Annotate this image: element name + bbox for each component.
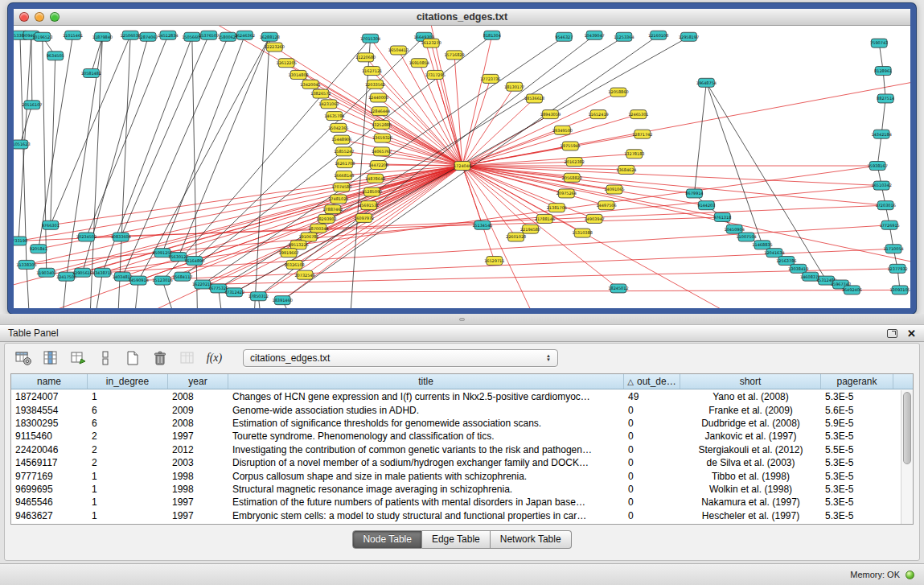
graph-node[interactable]: 16492406	[842, 286, 862, 295]
graph-node[interactable]: 21381705	[547, 204, 567, 212]
graph-node[interactable]: 9761318	[713, 212, 731, 221]
graph-node[interactable]: 8827514	[877, 94, 894, 103]
minimize-button[interactable]	[35, 12, 44, 22]
table-row[interactable]: 977716911998Corpus callosum shape and si…	[11, 469, 901, 482]
graph-node[interactable]: 11468835	[752, 241, 772, 249]
cell-name[interactable]: 18724007	[11, 391, 88, 402]
cell-out_de[interactable]: 0	[624, 496, 680, 508]
tab-node-table[interactable]: Node Table	[352, 530, 422, 549]
graph-node[interactable]: 9205841	[30, 245, 47, 253]
graph-node[interactable]: 19919667	[279, 249, 299, 257]
graph-node[interactable]: 15376507	[199, 31, 219, 39]
cell-title[interactable]: Investigating the contribution of common…	[228, 444, 624, 455]
graph-node[interactable]: 9634505	[47, 51, 64, 60]
graph-node[interactable]: 1724046	[454, 162, 471, 171]
cell-year[interactable]: 1997	[168, 431, 228, 442]
graph-node[interactable]: 18536618	[524, 94, 544, 103]
cell-title[interactable]: Corpus callosum shape and size in male p…	[228, 471, 624, 482]
table-row[interactable]: 969969511998Structural magnetic resonanc…	[11, 483, 901, 496]
cell-pagerank[interactable]: 5.5E-5	[821, 444, 893, 455]
graph-node[interactable]: 7590743	[870, 39, 888, 47]
graph-node[interactable]: 15285090	[362, 187, 382, 196]
graph-node[interactable]: 21051623	[14, 140, 31, 149]
graph-node[interactable]: 17015304	[360, 34, 380, 43]
graph-node[interactable]: 14590914	[129, 276, 149, 285]
cell-in_degree[interactable]: 2	[88, 457, 168, 468]
column-header-name[interactable]: name	[11, 374, 88, 389]
graph-node[interactable]: 12612205	[277, 59, 297, 68]
graph-node[interactable]: 11253364	[614, 32, 634, 41]
cell-pagerank[interactable]: 5.6E-5	[821, 405, 893, 416]
graph-node[interactable]: 17203016	[876, 201, 896, 210]
graph-node[interactable]: 13014808	[288, 70, 308, 79]
close-button[interactable]	[19, 12, 29, 22]
cell-short[interactable]: Franke et al. (2009)	[680, 405, 821, 416]
graph-node[interactable]: 15938167	[868, 162, 888, 171]
cell-out_de[interactable]: 0	[624, 457, 680, 468]
scrollbar-thumb[interactable]	[903, 392, 911, 464]
graph-node[interactable]: 11338305	[16, 260, 36, 269]
graph-node[interactable]: 20326108	[284, 260, 304, 269]
graph-node[interactable]: 13252885	[372, 120, 392, 129]
graph-node[interactable]: 19648754	[696, 78, 717, 87]
cell-name[interactable]: 22420046	[11, 444, 88, 455]
graph-node[interactable]: 12465301	[628, 110, 648, 119]
graph-node[interactable]: 11627121	[362, 67, 382, 76]
cell-out_de[interactable]: 0	[624, 510, 680, 521]
table-scrollbar[interactable]	[901, 390, 913, 524]
cell-name[interactable]: 19384554	[11, 405, 88, 416]
graph-node[interactable]: 12440003	[368, 93, 388, 102]
cell-pagerank[interactable]: 5.3E-5	[821, 484, 893, 495]
graph-node[interactable]: 16504413	[388, 46, 409, 55]
graph-node[interactable]: 15042365	[328, 123, 348, 132]
graph-node[interactable]: 14903947	[584, 214, 604, 223]
column-header-title[interactable]: title	[228, 374, 624, 389]
cell-in_degree[interactable]: 1	[88, 391, 168, 402]
graph-node[interactable]: 17317295	[425, 70, 446, 79]
zoom-button[interactable]	[50, 12, 60, 22]
graph-node[interactable]: 18700344	[308, 224, 328, 233]
column-header-out_de[interactable]: △out_de…	[624, 374, 680, 389]
tab-network-table[interactable]: Network Table	[491, 530, 572, 549]
column-header-pagerank[interactable]: pagerank	[821, 374, 893, 389]
graph-node[interactable]: 14342184	[872, 130, 892, 138]
graph-node[interactable]: 13038419	[788, 264, 808, 273]
network-canvas[interactable]: 8533044909402710196523110154611187984012…	[14, 26, 910, 308]
cell-name[interactable]: 9115460	[11, 431, 88, 442]
graph-node[interactable]: 18943059	[540, 110, 561, 119]
cell-title[interactable]: Estimation of significance thresholds fo…	[228, 418, 624, 429]
cell-pagerank[interactable]: 5.3E-5	[821, 391, 893, 402]
cell-out_de[interactable]: 49	[624, 391, 680, 402]
graph-node[interactable]: 10581482	[81, 68, 101, 77]
table-row[interactable]: 946554611997Estimation of the future num…	[11, 496, 901, 509]
cell-title[interactable]: Estimation of the future numbers of pati…	[228, 496, 624, 508]
graph-node[interactable]: 11903407	[36, 268, 56, 277]
row-options-button[interactable]	[93, 348, 117, 369]
cell-name[interactable]: 9699695	[11, 484, 88, 495]
graph-node[interactable]: 20732549	[294, 270, 314, 279]
graph-node[interactable]: 21788146	[535, 214, 555, 223]
cell-title[interactable]: Embryonic stem cells: a model to study s…	[228, 510, 624, 521]
column-header-short[interactable]: short	[680, 374, 821, 389]
graph-node[interactable]: 14472208	[368, 161, 388, 170]
graph-node[interactable]: 10833604	[111, 233, 131, 241]
cell-short[interactable]: Hescheler et al. (1997)	[680, 510, 821, 521]
cell-in_degree[interactable]: 2	[88, 444, 168, 455]
cell-out_de[interactable]: 0	[624, 418, 680, 429]
graph-node[interactable]: 9144203	[697, 201, 715, 210]
graph-node[interactable]: 18293903	[316, 214, 336, 223]
graph-node[interactable]: 15123016	[152, 276, 172, 285]
cell-in_degree[interactable]: 2	[88, 431, 168, 442]
cell-short[interactable]: de Silva et al. (2003)	[680, 457, 821, 468]
graph-node[interactable]: 15310388	[573, 229, 593, 237]
table-row[interactable]: 2242004622012Investigating the contribut…	[11, 443, 901, 456]
cell-in_degree[interactable]: 1	[88, 510, 168, 521]
cell-pagerank[interactable]: 5.3E-5	[821, 431, 893, 442]
graph-node[interactable]: 10196523	[32, 32, 52, 41]
graph-node[interactable]: 12033562	[365, 80, 385, 89]
graph-node[interactable]: 12846444	[370, 107, 390, 116]
graph-node[interactable]: 9766301	[42, 220, 60, 229]
graph-node[interactable]: 16510342	[872, 181, 892, 190]
graph-node[interactable]: 22194587	[520, 225, 540, 233]
cell-name[interactable]: 9465546	[11, 496, 88, 508]
